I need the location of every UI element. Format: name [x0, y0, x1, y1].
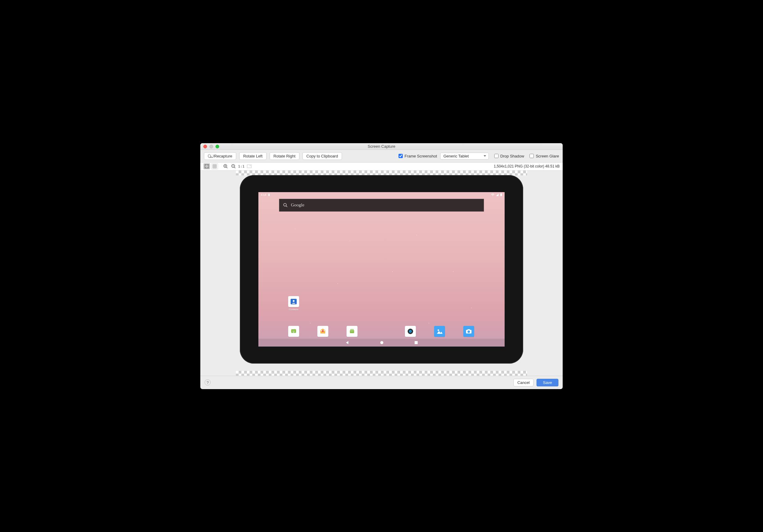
- svg-point-24: [410, 331, 411, 332]
- zoom-fit-icon: [205, 164, 209, 168]
- app-browser[interactable]: [405, 326, 416, 337]
- contacts-icon: [288, 296, 299, 307]
- status-time: 4:14: [261, 193, 266, 196]
- android-status-bar: 4:14: [259, 192, 504, 198]
- svg-rect-30: [415, 341, 418, 344]
- preview-area[interactable]: 4:14 Google: [200, 170, 563, 376]
- cancel-label: Cancel: [517, 380, 529, 385]
- search-icon: [283, 203, 288, 208]
- grid-icon: [212, 164, 217, 168]
- browser-icon: [405, 326, 416, 337]
- google-search-widget[interactable]: Google: [279, 199, 484, 212]
- drop-shadow-label: Drop Shadow: [500, 154, 524, 159]
- zoom-out-button[interactable]: [230, 163, 237, 169]
- screen-glare-input[interactable]: [529, 154, 534, 158]
- svg-rect-9: [501, 193, 501, 194]
- svg-rect-4: [247, 165, 251, 168]
- zoom-fit-button[interactable]: [203, 163, 210, 169]
- window-controls: [203, 145, 219, 148]
- help-icon: ?: [206, 380, 209, 385]
- app-email[interactable]: [317, 326, 328, 337]
- screen-capture-window: Screen Capture Recapture Rotate Left Rot…: [200, 143, 563, 389]
- android-icon: [347, 326, 358, 337]
- screen-glare-checkbox[interactable]: Screen Glare: [529, 154, 559, 159]
- android-navbar: [259, 339, 504, 347]
- save-button[interactable]: Save: [537, 379, 558, 386]
- zoom-1to1-label: 1:1: [238, 164, 244, 168]
- save-label: Save: [543, 380, 552, 385]
- nav-back-icon[interactable]: [345, 341, 349, 345]
- svg-point-5: [250, 165, 251, 166]
- svg-point-20: [351, 331, 352, 331]
- zoom-grid-button[interactable]: [211, 163, 218, 169]
- messaging-icon: [288, 326, 299, 337]
- zoom-out-icon: [231, 164, 236, 169]
- app-camera[interactable]: [463, 326, 474, 337]
- svg-point-7: [492, 195, 493, 196]
- minimize-window-icon[interactable]: [209, 145, 213, 148]
- recapture-label: Recapture: [214, 154, 232, 159]
- screen-glare-label: Screen Glare: [536, 154, 559, 159]
- device-frame-select[interactable]: Generic Tablet: [440, 153, 489, 160]
- cancel-button[interactable]: Cancel: [513, 379, 533, 386]
- recapture-button[interactable]: Recapture: [204, 152, 236, 160]
- copy-clip-label: Copy to Clipboard: [306, 154, 338, 159]
- titlebar: Screen Capture: [200, 143, 563, 150]
- svg-point-28: [468, 330, 470, 333]
- rotate-left-button[interactable]: Rotate Left: [239, 152, 267, 160]
- help-button[interactable]: ?: [205, 379, 211, 385]
- refresh-icon: [208, 154, 212, 158]
- svg-point-14: [293, 330, 293, 331]
- tablet-frame: 4:14 Google: [240, 175, 523, 364]
- image-info-label: 1,504x1,021 PNG (32-bit color) 48.51 kB: [494, 164, 560, 168]
- app-messaging[interactable]: [288, 326, 299, 337]
- svg-point-12: [293, 300, 294, 302]
- zoom-crop-button[interactable]: [246, 163, 253, 169]
- svg-rect-17: [350, 330, 354, 333]
- svg-rect-8: [500, 194, 502, 196]
- svg-point-19: [352, 329, 354, 330]
- footer: ? Cancel Save: [200, 376, 563, 389]
- zoom-window-icon[interactable]: [216, 145, 219, 148]
- svg-rect-6: [269, 194, 270, 196]
- zoom-in-button[interactable]: [222, 163, 229, 169]
- gallery-icon: [434, 326, 445, 337]
- app-gallery[interactable]: [434, 326, 445, 337]
- crop-icon: [247, 164, 252, 168]
- svg-point-29: [380, 341, 383, 344]
- window-title: Screen Capture: [368, 144, 395, 149]
- svg-point-21: [353, 331, 353, 331]
- app-contacts[interactable]: Contacts: [288, 296, 299, 311]
- drop-shadow-checkbox[interactable]: Drop Shadow: [494, 154, 524, 159]
- rotate-right-label: Rotate Right: [273, 154, 295, 159]
- svg-point-18: [351, 329, 352, 330]
- nav-recents-icon[interactable]: [414, 341, 418, 345]
- copy-to-clipboard-button[interactable]: Copy to Clipboard: [302, 152, 342, 160]
- svg-rect-27: [468, 329, 470, 330]
- drop-shadow-input[interactable]: [494, 154, 498, 158]
- search-placeholder: Google: [291, 202, 304, 208]
- rotate-left-label: Rotate Left: [243, 154, 263, 159]
- transparency-checker-top: [236, 170, 527, 175]
- email-icon: [317, 326, 328, 337]
- frame-screenshot-label: Frame Screenshot: [405, 154, 437, 159]
- app-apps[interactable]: [347, 326, 358, 337]
- zoom-in-icon: [223, 164, 228, 169]
- svg-rect-1: [213, 164, 216, 168]
- zoom-actual-size-button[interactable]: 1:1: [238, 163, 245, 169]
- wifi-icon: [491, 193, 494, 196]
- frame-screenshot-checkbox[interactable]: Frame Screenshot: [398, 154, 437, 159]
- rotate-right-button[interactable]: Rotate Right: [270, 152, 299, 160]
- debug-icon: [268, 193, 271, 196]
- nav-home-icon[interactable]: [380, 341, 384, 345]
- contacts-label: Contacts: [289, 308, 298, 311]
- close-window-icon[interactable]: [203, 145, 207, 148]
- transparency-checker-bottom: [236, 371, 527, 376]
- battery-icon: [500, 193, 502, 196]
- tablet-screen: 4:14 Google: [259, 192, 504, 347]
- zoom-toolbar: 1:1 1,504x1,021 PNG (32-bit color) 48.51…: [200, 162, 563, 170]
- frame-screenshot-input[interactable]: [398, 154, 403, 158]
- camera-icon: [463, 326, 474, 337]
- top-toolbar: Recapture Rotate Left Rotate Right Copy …: [200, 150, 563, 162]
- svg-point-15: [294, 330, 294, 331]
